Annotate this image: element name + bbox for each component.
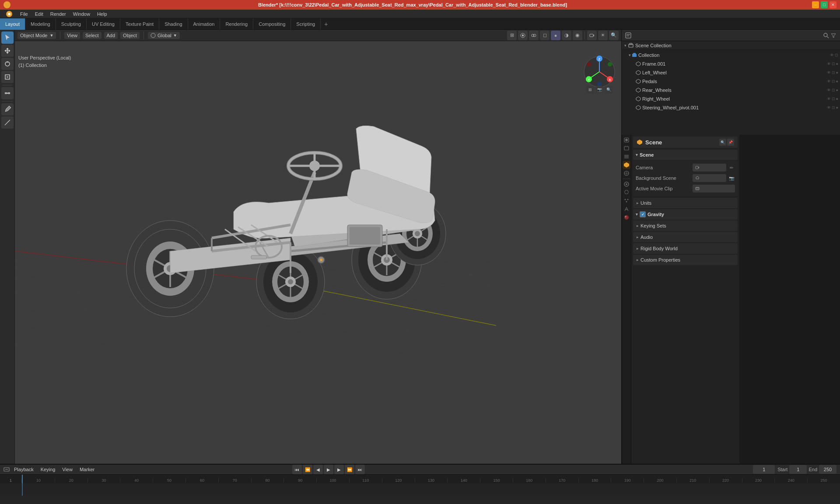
tab-animation[interactable]: Animation [188, 18, 220, 30]
scene-props-icon[interactable] [623, 161, 630, 169]
frame-vis-icon[interactable]: 👁 [827, 62, 831, 66]
tl-playback-menu[interactable]: Playback [11, 466, 36, 473]
viewport-icon-shading-solid[interactable]: ● [551, 31, 560, 40]
render-props-icon[interactable] [623, 136, 630, 144]
gizmo-ortho[interactable]: ⊞ [586, 86, 594, 94]
tab-shading[interactable]: Shading [159, 18, 188, 30]
viewport-display-icon[interactable]: ⊡ [835, 53, 838, 57]
material-props-icon[interactable] [623, 214, 630, 221]
filter-icon[interactable] [830, 32, 836, 38]
tl-jump-start[interactable]: ⏮ [292, 465, 302, 474]
keying-sets-toggle[interactable]: ▸ Keying Sets [633, 220, 738, 231]
gravity-section-toggle[interactable]: ▾ ✓ Gravity [633, 209, 738, 220]
viewport-icon-overlay[interactable] [529, 31, 539, 40]
viewport-icon-camera[interactable] [587, 31, 597, 40]
viewport-icon-render[interactable] [518, 31, 528, 40]
viewport-icon-shading-material[interactable]: ◑ [562, 31, 571, 40]
viewport-global[interactable]: Global ▼ [148, 32, 180, 39]
tab-sculpting[interactable]: Sculpting [56, 18, 87, 30]
add-menu[interactable]: Add [104, 32, 118, 39]
tool-move[interactable] [1, 45, 14, 57]
outliner-item-rear-wheels[interactable]: Rear_Wheels 👁 ⊡ ● [622, 86, 840, 94]
viewport-icon-lock[interactable]: 🔍 [609, 31, 619, 40]
scene-subsection-toggle[interactable]: ▾ Scene [633, 150, 738, 160]
output-props-icon[interactable] [623, 144, 630, 152]
gizmo-camera[interactable]: 📷 [595, 86, 603, 94]
modifier-props-icon[interactable] [623, 189, 630, 196]
tool-measure[interactable] [1, 116, 14, 129]
view-layer-icon[interactable] [623, 153, 630, 161]
tab-layout[interactable]: Layout [0, 18, 25, 30]
camera-edit-icon[interactable]: ✏ [728, 164, 735, 171]
viewport-3d[interactable]: Object Mode ▼ View Select Add Object Glo… [15, 30, 621, 464]
tab-modeling[interactable]: Modeling [25, 18, 56, 30]
physics-props-icon[interactable] [623, 205, 630, 213]
menu-help[interactable]: Help [94, 10, 111, 18]
minimize-button[interactable]: – [812, 1, 819, 8]
viewport-canvas[interactable]: User Perspective (Local) (1) Collection … [15, 41, 621, 464]
tool-transform[interactable] [1, 87, 14, 99]
camera-value[interactable] [693, 164, 726, 172]
tl-marker-menu[interactable]: Marker [77, 466, 97, 473]
tool-scale[interactable] [1, 71, 14, 83]
bg-scene-value[interactable] [693, 174, 726, 182]
frame-render-icon[interactable]: ● [836, 62, 838, 66]
outliner-item-steering[interactable]: Steering_Wheel_pivot.001 👁 ⊡ ● [622, 103, 840, 112]
particles-props-icon[interactable] [623, 197, 630, 205]
outliner-item-pedals[interactable]: Pedals 👁 ⊡ ● [622, 77, 840, 86]
timeline-keyframe-track[interactable] [0, 483, 840, 496]
maximize-button[interactable]: □ [821, 1, 828, 8]
tl-prev-keyframe[interactable]: ⏪ [303, 465, 312, 474]
tl-keying-menu[interactable]: Keying [38, 466, 58, 473]
audio-section-toggle[interactable]: ▸ Audio [633, 232, 738, 242]
tab-rendering[interactable]: Rendering [220, 18, 253, 30]
menu-render[interactable]: Render [47, 10, 70, 18]
timeline-track[interactable]: 1 10 20 30 40 50 60 70 80 90 100 110 120… [0, 475, 840, 504]
frame-select-icon[interactable]: ⊡ [832, 62, 835, 66]
world-props-icon[interactable] [623, 169, 630, 177]
tl-view-menu[interactable]: View [60, 466, 75, 473]
tl-jump-end[interactable]: ⏭ [355, 465, 365, 474]
menu-window[interactable]: Window [70, 10, 94, 18]
menu-blender[interactable] [2, 9, 17, 19]
select-menu[interactable]: Select [83, 32, 102, 39]
outliner-item-collection[interactable]: ▾ Collection 👁 ⊡ [622, 51, 840, 60]
bg-scene-camera-icon[interactable]: 📷 [728, 175, 735, 182]
viewport-icon-shading-wire[interactable]: ◻ [540, 31, 550, 40]
object-menu[interactable]: Object [120, 32, 140, 39]
tl-play[interactable]: ▶ [324, 465, 333, 474]
tool-select[interactable] [1, 32, 14, 44]
custom-props-toggle[interactable]: ▸ Custom Properties [633, 255, 738, 265]
props-pin-icon[interactable]: 📌 [727, 139, 734, 146]
object-props-icon[interactable] [623, 180, 630, 188]
current-frame-input[interactable]: 1 [753, 465, 775, 474]
scene-collection-row[interactable]: ▾ Scene Collection [622, 41, 840, 50]
viewport-icon-sun[interactable]: ☀ [598, 31, 608, 40]
start-frame-input[interactable]: 1 [789, 465, 807, 474]
gizmo-zoom[interactable]: 🔍 [605, 86, 612, 94]
movie-clip-value[interactable] [693, 185, 735, 192]
tl-next-keyframe[interactable]: ⏩ [345, 465, 354, 474]
outliner-item-right-wheel[interactable]: Right_Wheel 👁 ⊡ ● [622, 94, 840, 103]
gravity-checkbox[interactable]: ✓ [640, 211, 646, 217]
outliner-item-left-wheel[interactable]: Left_Wheel 👁 ⊡ ● [622, 68, 840, 77]
viewport-icon-shading-rendered[interactable]: ◉ [573, 31, 582, 40]
close-button[interactable]: ✕ [830, 1, 836, 8]
add-workspace-button[interactable]: + [321, 19, 331, 29]
tl-next-frame[interactable]: ▶ [334, 465, 344, 474]
visibility-icon[interactable]: 👁 [830, 53, 834, 57]
props-search-icon[interactable]: 🔍 [719, 139, 726, 146]
tool-annotate[interactable] [1, 103, 14, 116]
menu-edit[interactable]: Edit [32, 10, 47, 18]
tl-prev-frame[interactable]: ◀ [313, 465, 323, 474]
object-mode-dropdown[interactable]: Object Mode ▼ [18, 32, 56, 39]
tool-rotate[interactable] [1, 58, 14, 70]
end-frame-input[interactable]: 250 [819, 465, 836, 474]
search-icon[interactable] [823, 32, 829, 38]
tab-texture-paint[interactable]: Texture Paint [120, 18, 159, 30]
outliner-item-frame[interactable]: Frame.001 👁 ⊡ ● [622, 60, 840, 68]
view-menu[interactable]: View [64, 32, 80, 39]
gizmo-svg[interactable]: Z X Y [582, 54, 617, 89]
tab-uv-editing[interactable]: UV Editing [87, 18, 120, 30]
tab-scripting[interactable]: Scripting [291, 18, 321, 30]
